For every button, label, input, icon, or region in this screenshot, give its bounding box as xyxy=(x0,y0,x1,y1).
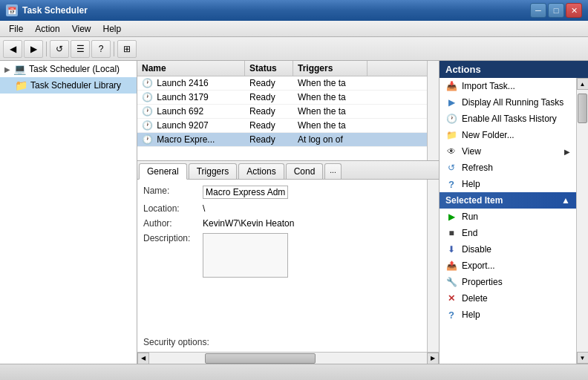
task-status-4: Ready xyxy=(245,133,293,146)
task-icon-3: 🕐 xyxy=(142,120,153,131)
task-name-2: 🕐 Launch 692 xyxy=(137,105,245,118)
action-delete[interactable]: ✕ Delete xyxy=(440,290,576,307)
view-icon: 👁 xyxy=(445,145,457,157)
menu-help[interactable]: Help xyxy=(97,22,128,36)
detail-name-input[interactable] xyxy=(203,186,288,199)
vscroll-track[interactable] xyxy=(577,90,588,352)
action-properties[interactable]: 🔧 Properties xyxy=(440,274,576,290)
task-row[interactable]: 🕐 Macro Expre... Ready At log on of xyxy=(137,133,439,147)
vscroll-down-arrow[interactable]: ▼ xyxy=(577,352,589,364)
task-trigger-4: At log on of xyxy=(293,133,368,146)
menu-view[interactable]: View xyxy=(66,22,97,36)
tab-conditions[interactable]: Cond xyxy=(286,163,324,179)
task-list: Name Status Triggers 🕐 Launch 2416 Ready… xyxy=(137,61,439,161)
close-button[interactable]: ✕ xyxy=(566,3,582,18)
task-trigger-1: When the ta xyxy=(293,91,368,104)
col-header-status: Status xyxy=(245,61,293,76)
action-disable-label: Disable xyxy=(462,244,491,255)
task-status-0: Ready xyxy=(245,76,293,90)
action-run[interactable]: ▶ Run xyxy=(440,209,576,225)
vscroll-thumb[interactable] xyxy=(578,94,587,123)
task-icon-1: 🕐 xyxy=(142,92,153,102)
task-name-4: 🕐 Macro Expre... xyxy=(137,133,245,146)
maximize-button[interactable]: □ xyxy=(548,3,564,18)
hscroll-left-arrow[interactable]: ◀ xyxy=(137,353,149,364)
action-end[interactable]: ■ End xyxy=(440,225,576,241)
task-row[interactable]: 🕐 Launch 9207 Ready When the ta xyxy=(137,119,439,133)
detail-content: Name: Location: \ Author: KevinW7\Kevin … xyxy=(137,180,439,352)
back-button[interactable]: ◀ xyxy=(3,40,22,58)
action-export[interactable]: 📤 Export... xyxy=(440,258,576,274)
show-hide-button[interactable]: ☰ xyxy=(71,40,90,58)
detail-security-label: Security options: xyxy=(143,337,209,347)
app-icon: 📅 xyxy=(6,4,18,16)
task-name-1: 🕐 Launch 3179 xyxy=(137,91,245,104)
tree-label-library: Task Scheduler Library xyxy=(30,80,121,91)
actions-header: Actions xyxy=(440,61,588,78)
refresh-button[interactable]: ↺ xyxy=(50,40,69,58)
menu-file[interactable]: File xyxy=(3,22,29,36)
action-refresh-label: Refresh xyxy=(462,163,493,173)
action-refresh[interactable]: ↺ Refresh xyxy=(440,160,576,176)
toolbar-separator-1 xyxy=(46,42,47,56)
task-list-scrollbar[interactable] xyxy=(427,61,439,160)
task-status-2: Ready xyxy=(245,105,293,118)
middle-pane: Name Status Triggers 🕐 Launch 2416 Ready… xyxy=(137,61,440,364)
action-new-folder[interactable]: 📁 New Folder... xyxy=(440,127,576,143)
delete-icon: ✕ xyxy=(445,292,457,304)
action-enable-history[interactable]: 🕐 Enable All Tasks History xyxy=(440,111,576,127)
action-help-selected[interactable]: ? Help xyxy=(440,307,576,323)
detail-name-label: Name: xyxy=(143,186,203,196)
end-icon: ■ xyxy=(445,227,457,239)
action-help-general-label: Help xyxy=(462,179,480,189)
run-icon: ▶ xyxy=(445,211,457,223)
disable-icon: ⬇ xyxy=(445,243,457,255)
help-button[interactable]: ? xyxy=(91,40,111,58)
detail-scrollbar[interactable] xyxy=(427,180,439,352)
forward-button[interactable]: ▶ xyxy=(24,40,43,58)
action-disable[interactable]: ⬇ Disable xyxy=(440,241,576,258)
hscroll-thumb[interactable] xyxy=(205,353,316,364)
tree-arrow-local: ▶ xyxy=(4,65,10,73)
selected-item-collapse-icon: ▲ xyxy=(561,195,570,206)
task-trigger-3: When the ta xyxy=(293,119,368,132)
action-enable-history-label: Enable All Tasks History xyxy=(462,114,557,124)
detail-location-row: Location: \ xyxy=(143,203,433,214)
action-help-general[interactable]: ? Help xyxy=(440,176,576,192)
detail-description-input[interactable] xyxy=(203,233,288,278)
task-row[interactable]: 🕐 Launch 3179 Ready When the ta xyxy=(137,91,439,105)
selected-item-header[interactable]: Selected Item ▲ xyxy=(440,192,576,209)
grid-button[interactable]: ⊞ xyxy=(117,40,137,58)
action-new-folder-label: New Folder... xyxy=(462,130,514,140)
action-import-task[interactable]: 📥 Import Task... xyxy=(440,78,576,94)
window-title: Task Scheduler xyxy=(22,5,88,16)
tree-item-local[interactable]: ▶ 💻 Task Scheduler (Local) xyxy=(0,61,137,77)
col-header-triggers: Triggers xyxy=(293,61,368,76)
tab-general[interactable]: General xyxy=(139,163,187,180)
task-list-header: Name Status Triggers xyxy=(137,61,439,76)
menu-action[interactable]: Action xyxy=(29,22,65,36)
hscroll-track[interactable] xyxy=(149,353,427,364)
task-row[interactable]: 🕐 Launch 2416 Ready When the ta xyxy=(137,76,439,91)
horizontal-scrollbar[interactable]: ◀ ▶ xyxy=(137,352,439,364)
vscroll-up-arrow[interactable]: ▲ xyxy=(577,78,589,90)
tab-more[interactable]: ... xyxy=(324,163,341,179)
selected-item-label: Selected Item xyxy=(445,195,503,206)
tab-triggers[interactable]: Triggers xyxy=(189,163,238,179)
task-status-1: Ready xyxy=(245,91,293,104)
action-display-running[interactable]: ▶ Display All Running Tasks xyxy=(440,94,576,111)
tree-item-library[interactable]: 📁 Task Scheduler Library xyxy=(0,77,137,94)
actions-list: 📥 Import Task... ▶ Display All Running T… xyxy=(440,78,576,364)
properties-icon: 🔧 xyxy=(445,276,457,288)
task-name-3: 🕐 Launch 9207 xyxy=(137,119,245,132)
task-trigger-0: When the ta xyxy=(293,76,368,90)
help-general-icon: ? xyxy=(445,178,457,190)
hscroll-right-arrow[interactable]: ▶ xyxy=(427,353,439,364)
minimize-button[interactable]: ─ xyxy=(530,3,546,18)
actions-scrollbar[interactable]: ▲ ▼ xyxy=(576,78,588,364)
tab-actions[interactable]: Actions xyxy=(238,163,284,179)
action-view[interactable]: 👁 View ▶ xyxy=(440,143,576,160)
task-row[interactable]: 🕐 Launch 692 Ready When the ta xyxy=(137,105,439,119)
detail-author-label: Author: xyxy=(143,218,203,229)
task-trigger-2: When the ta xyxy=(293,105,368,118)
